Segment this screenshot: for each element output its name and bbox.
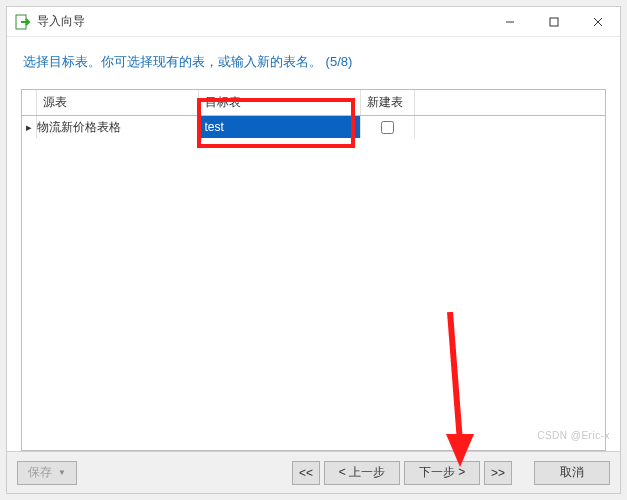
instruction-text: 选择目标表。你可选择现有的表，或输入新的表名。 (5/8): [23, 53, 606, 71]
header-target[interactable]: 目标表: [198, 90, 360, 116]
window-title: 导入向导: [37, 13, 85, 30]
last-button[interactable]: >>: [484, 461, 512, 485]
minimize-button[interactable]: [488, 7, 532, 37]
save-button[interactable]: 保存 ▼: [17, 461, 77, 485]
maximize-button[interactable]: [532, 7, 576, 37]
close-button[interactable]: [576, 7, 620, 37]
table-header-row: 源表 目标表 新建表: [22, 90, 605, 116]
header-source[interactable]: 源表: [36, 90, 198, 116]
svg-rect-2: [550, 18, 558, 26]
first-button[interactable]: <<: [292, 461, 320, 485]
cancel-button[interactable]: 取消: [534, 461, 610, 485]
footer: 保存 ▼ << < 上一步 下一步 > >> 取消: [7, 451, 620, 493]
app-icon: [15, 14, 31, 30]
import-wizard-window: 导入向导 选择目标表。你可选择现有的表，或输入新的表名。 (5/8) 源表 目标…: [6, 6, 621, 494]
row-indicator-icon: ▸: [22, 116, 36, 139]
row-filler: [414, 116, 605, 139]
header-filler: [414, 90, 605, 116]
header-newtable[interactable]: 新建表: [360, 90, 414, 116]
table-area: 源表 目标表 新建表 ▸ 物流新价格表格: [21, 89, 606, 451]
watermark: CSDN @Eric-x: [537, 430, 610, 441]
table-row[interactable]: ▸ 物流新价格表格: [22, 116, 605, 139]
target-table-cell[interactable]: [198, 116, 360, 139]
save-label: 保存: [28, 464, 52, 481]
chevron-down-icon: ▼: [58, 468, 66, 477]
source-table-cell[interactable]: 物流新价格表格: [36, 116, 198, 139]
header-handle: [22, 90, 36, 116]
prev-button[interactable]: < 上一步: [324, 461, 400, 485]
next-button[interactable]: 下一步 >: [404, 461, 480, 485]
mapping-table: 源表 目标表 新建表 ▸ 物流新价格表格: [22, 90, 605, 138]
target-table-input[interactable]: [199, 116, 360, 138]
new-table-checkbox[interactable]: [381, 121, 394, 134]
titlebar: 导入向导: [7, 7, 620, 37]
content-area: 选择目标表。你可选择现有的表，或输入新的表名。 (5/8) 源表 目标表 新建表: [7, 37, 620, 451]
new-table-cell[interactable]: [360, 116, 414, 139]
